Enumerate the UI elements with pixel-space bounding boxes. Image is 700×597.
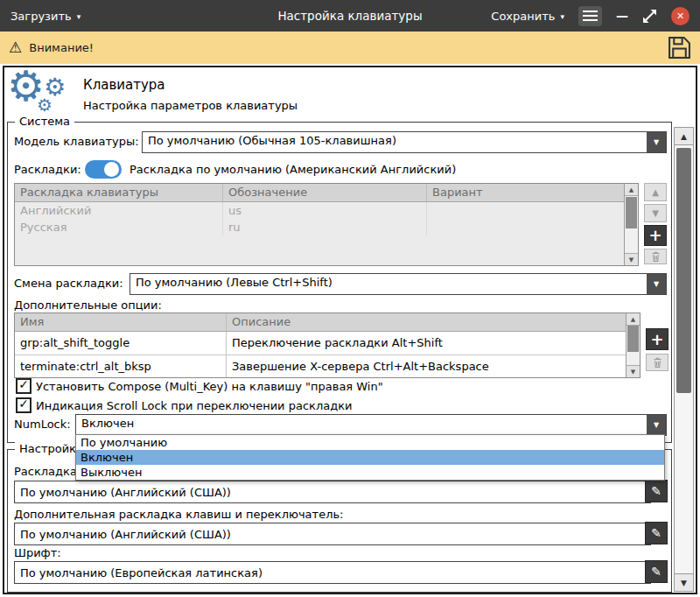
close-icon: ✕ bbox=[676, 11, 684, 22]
column-header: Описание bbox=[227, 313, 626, 331]
toggle-knob bbox=[104, 162, 119, 177]
warning-icon: ⚠ bbox=[9, 40, 22, 55]
delete-option-button bbox=[646, 354, 668, 371]
column-header: Вариант bbox=[427, 184, 625, 201]
numlock-combobox[interactable]: Включен ▼ bbox=[75, 414, 667, 436]
column-header: Обозначение bbox=[223, 184, 427, 201]
column-header: Имя bbox=[15, 313, 227, 331]
table-row: Английский us bbox=[15, 202, 625, 219]
dropdown-option-on[interactable]: Включен bbox=[76, 450, 664, 465]
add-layout-button[interactable]: + bbox=[644, 225, 667, 246]
default-layout-text: Раскладка по умолчанию (Американский Анг… bbox=[130, 163, 456, 176]
table-row[interactable]: grp:alt_shift_toggle Переключение раскла… bbox=[15, 332, 626, 355]
scrollbar-thumb[interactable] bbox=[627, 326, 639, 352]
add-option-button[interactable]: + bbox=[646, 328, 668, 350]
console-layout-label: Раскладка bbox=[14, 465, 77, 478]
save-file-button[interactable] bbox=[668, 36, 691, 60]
minimize-button[interactable]: — bbox=[616, 9, 628, 23]
chevron-down-icon: ▾ bbox=[560, 13, 564, 21]
layouts-table: Раскладка клавиатуры Обозначение Вариант… bbox=[14, 183, 639, 266]
scrolllock-checkbox-label[interactable]: Индикация Scroll Lock при переключении р… bbox=[36, 399, 352, 412]
column-header: Раскладка клавиатуры bbox=[15, 184, 223, 201]
edit-font-button[interactable]: ✎ bbox=[645, 560, 668, 583]
expand-button[interactable] bbox=[642, 9, 657, 24]
save-menu-button[interactable]: Сохранить ▾ bbox=[491, 10, 564, 23]
scroll-down-icon[interactable]: ▼ bbox=[675, 573, 693, 591]
compose-checkbox[interactable]: ✓ bbox=[16, 378, 32, 394]
console-layout-input[interactable]: По умолчанию (Английский (США)) bbox=[14, 481, 651, 503]
keyboard-model-label: Модель клавиатуры: bbox=[14, 135, 139, 148]
layouts-table-scrollbar[interactable]: ▲ ▼ bbox=[624, 184, 638, 265]
trash-icon bbox=[650, 251, 662, 263]
warning-bar: ⚠ Внимание! bbox=[0, 32, 700, 64]
table-row: Русская ru bbox=[15, 219, 625, 235]
keyboard-settings-window: Загрузить ▾ Настройка клавиатуры Сохрани… bbox=[0, 0, 700, 597]
cell-option-name: grp:alt_shift_toggle bbox=[15, 332, 227, 355]
cell-layout-name: Русская bbox=[15, 219, 223, 235]
dropdown-option-default[interactable]: По умолчанию bbox=[76, 435, 664, 450]
trash-icon bbox=[652, 357, 663, 369]
font-input[interactable]: По умолчанию (Европейская латинская) bbox=[14, 561, 651, 584]
cell-layout-variant bbox=[427, 219, 625, 235]
window-title: Настройка клавиатуры bbox=[277, 9, 422, 23]
table-row[interactable]: terminate:ctrl_alt_bksp Завершение X-сер… bbox=[15, 355, 626, 378]
dropdown-arrow-icon[interactable]: ▼ bbox=[647, 274, 666, 294]
close-button[interactable]: ✕ bbox=[671, 7, 690, 25]
cell-option-description: Переключение раскладки Alt+Shift bbox=[227, 332, 626, 355]
scroll-up-icon[interactable]: ▲ bbox=[675, 128, 693, 145]
dropdown-arrow-icon[interactable]: ▼ bbox=[647, 415, 666, 435]
save-menu-label: Сохранить bbox=[491, 10, 555, 23]
load-menu-button[interactable]: Загрузить ▾ bbox=[10, 10, 80, 23]
options-table-header: Имя Описание bbox=[15, 313, 626, 332]
cell-option-description: Завершение X-сервера Ctrl+Alt+Backspace bbox=[227, 355, 626, 378]
menu-icon[interactable] bbox=[578, 6, 602, 26]
page-subtitle: Настройка параметров клавиатуры bbox=[83, 99, 298, 112]
compose-checkbox-label[interactable]: Установить Compose (Multi_Key) на клавиш… bbox=[36, 380, 383, 393]
floppy-disk-icon bbox=[668, 36, 691, 60]
combobox-value: По умолчанию (Обычная 105-клавишная) bbox=[143, 132, 647, 152]
check-icon: ✓ bbox=[18, 398, 30, 409]
scroll-down-icon[interactable]: ▼ bbox=[625, 253, 638, 265]
main-scrollbar[interactable]: ▲ ▼ bbox=[674, 127, 694, 592]
move-layout-down-button: ▼ bbox=[644, 204, 667, 222]
scroll-down-icon[interactable]: ▼ bbox=[626, 365, 640, 377]
additional-layout-label: Дополнительная раскладка клавиш и перекл… bbox=[14, 508, 343, 521]
delete-layout-button bbox=[644, 249, 667, 264]
edit-console-layout-button[interactable]: ✎ bbox=[645, 480, 668, 502]
page-title: Клавиатура bbox=[83, 77, 165, 93]
scroll-up-icon[interactable]: ▲ bbox=[626, 313, 640, 326]
dropdown-option-off[interactable]: Выключен bbox=[76, 465, 664, 480]
layout-switch-combobox[interactable]: По умолчанию (Левые Ctrl+Shift) ▼ bbox=[130, 273, 667, 295]
combobox-value: Включен bbox=[76, 415, 647, 435]
load-menu-label: Загрузить bbox=[10, 10, 72, 23]
chevron-down-icon: ▾ bbox=[77, 13, 81, 21]
numlock-dropdown-list: По умолчанию Включен Выключен bbox=[75, 434, 665, 481]
cell-layout-code: us bbox=[223, 202, 427, 219]
system-group-legend: Система bbox=[15, 115, 74, 128]
options-table: Имя Описание grp:alt_shift_toggle Перекл… bbox=[14, 313, 640, 378]
console-group-legend: Настройк bbox=[15, 442, 80, 455]
pencil-icon: ✎ bbox=[651, 527, 662, 539]
warning-text: Внимание! bbox=[29, 41, 94, 54]
combobox-value: По умолчанию (Левые Ctrl+Shift) bbox=[130, 274, 647, 294]
options-table-scrollbar[interactable]: ▲ ▼ bbox=[626, 313, 640, 377]
dropdown-arrow-icon[interactable]: ▼ bbox=[647, 132, 666, 152]
titlebar: Загрузить ▾ Настройка клавиатуры Сохрани… bbox=[0, 0, 700, 32]
check-icon: ✓ bbox=[18, 379, 30, 390]
scrollbar-thumb[interactable] bbox=[626, 197, 637, 228]
scroll-up-icon[interactable]: ▲ bbox=[625, 184, 638, 196]
numlock-label: NumLock: bbox=[14, 418, 71, 431]
gear-icon: ⚙ bbox=[37, 96, 52, 114]
edit-additional-layout-button[interactable]: ✎ bbox=[645, 522, 668, 544]
cell-layout-name: Английский bbox=[15, 202, 223, 219]
scrollbar-thumb[interactable] bbox=[676, 148, 691, 393]
layouts-table-header: Раскладка клавиатуры Обозначение Вариант bbox=[15, 184, 625, 202]
scrolllock-checkbox[interactable]: ✓ bbox=[16, 397, 32, 413]
titlebar-controls: Сохранить ▾ — ✕ bbox=[491, 6, 690, 26]
keyboard-model-combobox[interactable]: По умолчанию (Обычная 105-клавишная) ▼ bbox=[142, 131, 667, 153]
default-layout-toggle[interactable] bbox=[85, 160, 122, 179]
font-label: Шрифт: bbox=[14, 546, 61, 559]
layouts-label: Раскладки: bbox=[14, 163, 81, 176]
expand-icon bbox=[642, 9, 657, 24]
additional-layout-input[interactable]: По умолчанию (Английский (США)) bbox=[14, 523, 651, 545]
